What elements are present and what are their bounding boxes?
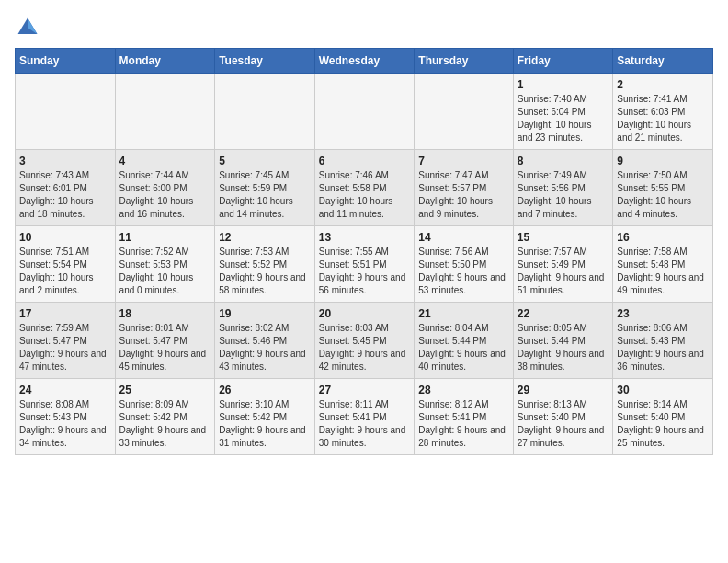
day-number: 17 <box>19 307 111 320</box>
weekday-header-thursday: Thursday <box>415 49 513 74</box>
day-number: 15 <box>518 231 609 244</box>
day-number: 11 <box>119 231 211 244</box>
calendar-cell: 5Sunrise: 7:45 AM Sunset: 5:59 PM Daylig… <box>215 150 315 226</box>
calendar-header: SundayMondayTuesdayWednesdayThursdayFrid… <box>16 49 713 74</box>
calendar-cell: 18Sunrise: 8:01 AM Sunset: 5:47 PM Dayli… <box>115 303 215 379</box>
day-info: Sunrise: 8:04 AM Sunset: 5:44 PM Dayligh… <box>418 322 508 373</box>
day-number: 20 <box>319 307 411 320</box>
day-info: Sunrise: 7:52 AM Sunset: 5:53 PM Dayligh… <box>119 246 211 297</box>
weekday-header-tuesday: Tuesday <box>215 49 315 74</box>
day-info: Sunrise: 8:08 AM Sunset: 5:43 PM Dayligh… <box>19 398 111 450</box>
day-info: Sunrise: 7:56 AM Sunset: 5:50 PM Dayligh… <box>418 246 508 297</box>
day-info: Sunrise: 7:59 AM Sunset: 5:47 PM Dayligh… <box>19 322 111 373</box>
day-info: Sunrise: 8:02 AM Sunset: 5:46 PM Dayligh… <box>219 322 311 373</box>
day-info: Sunrise: 7:55 AM Sunset: 5:51 PM Dayligh… <box>319 246 411 297</box>
weekday-header-wednesday: Wednesday <box>314 49 415 74</box>
day-number: 23 <box>617 307 709 320</box>
day-info: Sunrise: 7:40 AM Sunset: 6:04 PM Dayligh… <box>518 93 609 144</box>
calendar-cell: 6Sunrise: 7:46 AM Sunset: 5:58 PM Daylig… <box>314 150 415 226</box>
day-info: Sunrise: 7:53 AM Sunset: 5:52 PM Dayligh… <box>219 246 311 297</box>
calendar-cell: 11Sunrise: 7:52 AM Sunset: 5:53 PM Dayli… <box>115 226 215 303</box>
day-number: 1 <box>518 78 609 91</box>
calendar-table: SundayMondayTuesdayWednesdayThursdayFrid… <box>15 48 713 455</box>
day-info: Sunrise: 7:43 AM Sunset: 6:01 PM Dayligh… <box>19 169 111 221</box>
calendar-cell: 24Sunrise: 8:08 AM Sunset: 5:43 PM Dayli… <box>16 379 116 455</box>
calendar-cell: 28Sunrise: 8:12 AM Sunset: 5:41 PM Dayli… <box>415 379 513 455</box>
calendar-cell <box>314 74 415 150</box>
day-number: 22 <box>518 307 609 320</box>
day-number: 5 <box>219 155 311 167</box>
calendar-cell: 1Sunrise: 7:40 AM Sunset: 6:04 PM Daylig… <box>513 74 613 150</box>
day-number: 28 <box>418 384 508 396</box>
logo-icon <box>15 15 40 40</box>
weekday-header-friday: Friday <box>513 49 613 74</box>
day-number: 2 <box>617 78 709 91</box>
day-info: Sunrise: 8:12 AM Sunset: 5:41 PM Dayligh… <box>418 398 508 450</box>
calendar-cell: 14Sunrise: 7:56 AM Sunset: 5:50 PM Dayli… <box>415 226 513 303</box>
calendar-cell: 29Sunrise: 8:13 AM Sunset: 5:40 PM Dayli… <box>513 379 613 455</box>
day-info: Sunrise: 7:57 AM Sunset: 5:49 PM Dayligh… <box>518 246 609 297</box>
day-info: Sunrise: 8:14 AM Sunset: 5:40 PM Dayligh… <box>617 398 709 450</box>
calendar-cell <box>115 74 215 150</box>
calendar-cell: 17Sunrise: 7:59 AM Sunset: 5:47 PM Dayli… <box>16 303 116 379</box>
calendar-cell: 10Sunrise: 7:51 AM Sunset: 5:54 PM Dayli… <box>16 226 116 303</box>
calendar-cell: 9Sunrise: 7:50 AM Sunset: 5:55 PM Daylig… <box>613 150 713 226</box>
calendar-cell: 16Sunrise: 7:58 AM Sunset: 5:48 PM Dayli… <box>613 226 713 303</box>
calendar-week-1: 1Sunrise: 7:40 AM Sunset: 6:04 PM Daylig… <box>16 74 713 150</box>
day-info: Sunrise: 7:41 AM Sunset: 6:03 PM Dayligh… <box>617 93 709 144</box>
day-number: 4 <box>119 155 211 167</box>
day-info: Sunrise: 8:13 AM Sunset: 5:40 PM Dayligh… <box>518 398 609 450</box>
calendar-cell: 20Sunrise: 8:03 AM Sunset: 5:45 PM Dayli… <box>314 303 415 379</box>
calendar-cell <box>215 74 315 150</box>
day-number: 10 <box>19 231 111 244</box>
calendar-cell: 30Sunrise: 8:14 AM Sunset: 5:40 PM Dayli… <box>613 379 713 455</box>
calendar-cell: 23Sunrise: 8:06 AM Sunset: 5:43 PM Dayli… <box>613 303 713 379</box>
day-info: Sunrise: 7:50 AM Sunset: 5:55 PM Dayligh… <box>617 169 709 221</box>
weekday-header-monday: Monday <box>115 49 215 74</box>
calendar-cell <box>16 74 116 150</box>
calendar-cell: 8Sunrise: 7:49 AM Sunset: 5:56 PM Daylig… <box>513 150 613 226</box>
calendar-cell: 22Sunrise: 8:05 AM Sunset: 5:44 PM Dayli… <box>513 303 613 379</box>
day-info: Sunrise: 7:58 AM Sunset: 5:48 PM Dayligh… <box>617 246 709 297</box>
calendar-cell: 26Sunrise: 8:10 AM Sunset: 5:42 PM Dayli… <box>215 379 315 455</box>
day-number: 13 <box>319 231 411 244</box>
calendar-cell <box>415 74 513 150</box>
day-number: 9 <box>617 155 709 167</box>
day-number: 3 <box>19 155 111 167</box>
day-info: Sunrise: 8:10 AM Sunset: 5:42 PM Dayligh… <box>219 398 311 450</box>
calendar-cell: 25Sunrise: 8:09 AM Sunset: 5:42 PM Dayli… <box>115 379 215 455</box>
day-info: Sunrise: 7:46 AM Sunset: 5:58 PM Dayligh… <box>319 169 411 221</box>
page-header <box>15 15 713 40</box>
calendar-week-5: 24Sunrise: 8:08 AM Sunset: 5:43 PM Dayli… <box>16 379 713 455</box>
weekday-header-saturday: Saturday <box>613 49 713 74</box>
day-number: 25 <box>119 384 211 396</box>
day-info: Sunrise: 7:44 AM Sunset: 6:00 PM Dayligh… <box>119 169 211 221</box>
calendar-cell: 21Sunrise: 8:04 AM Sunset: 5:44 PM Dayli… <box>415 303 513 379</box>
calendar-cell: 2Sunrise: 7:41 AM Sunset: 6:03 PM Daylig… <box>613 74 713 150</box>
day-number: 6 <box>319 155 411 167</box>
calendar-cell: 13Sunrise: 7:55 AM Sunset: 5:51 PM Dayli… <box>314 226 415 303</box>
day-info: Sunrise: 7:51 AM Sunset: 5:54 PM Dayligh… <box>19 246 111 297</box>
day-info: Sunrise: 8:01 AM Sunset: 5:47 PM Dayligh… <box>119 322 211 373</box>
day-number: 30 <box>617 384 709 396</box>
day-number: 18 <box>119 307 211 320</box>
day-info: Sunrise: 8:09 AM Sunset: 5:42 PM Dayligh… <box>119 398 211 450</box>
calendar-cell: 27Sunrise: 8:11 AM Sunset: 5:41 PM Dayli… <box>314 379 415 455</box>
day-info: Sunrise: 8:05 AM Sunset: 5:44 PM Dayligh… <box>518 322 609 373</box>
day-number: 29 <box>518 384 609 396</box>
day-number: 14 <box>418 231 508 244</box>
calendar-week-4: 17Sunrise: 7:59 AM Sunset: 5:47 PM Dayli… <box>16 303 713 379</box>
day-info: Sunrise: 7:47 AM Sunset: 5:57 PM Dayligh… <box>418 169 508 221</box>
day-number: 21 <box>418 307 508 320</box>
day-number: 12 <box>219 231 311 244</box>
day-number: 24 <box>19 384 111 396</box>
weekday-header-sunday: Sunday <box>16 49 116 74</box>
day-number: 7 <box>418 155 508 167</box>
day-number: 19 <box>219 307 311 320</box>
day-info: Sunrise: 7:49 AM Sunset: 5:56 PM Dayligh… <box>518 169 609 221</box>
calendar-cell: 12Sunrise: 7:53 AM Sunset: 5:52 PM Dayli… <box>215 226 315 303</box>
calendar-week-3: 10Sunrise: 7:51 AM Sunset: 5:54 PM Dayli… <box>16 226 713 303</box>
logo <box>15 15 44 40</box>
calendar-week-2: 3Sunrise: 7:43 AM Sunset: 6:01 PM Daylig… <box>16 150 713 226</box>
day-number: 27 <box>319 384 411 396</box>
